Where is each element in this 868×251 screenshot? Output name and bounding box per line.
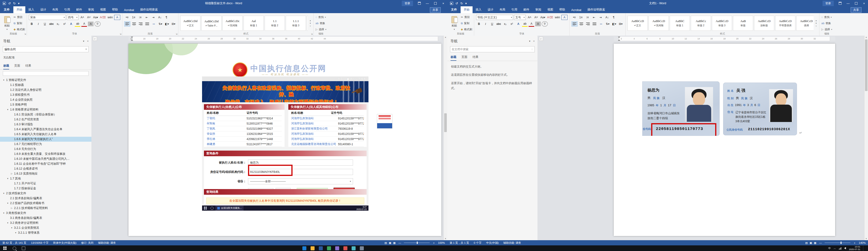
document-page[interactable]: ★ 中国执行信息公开网 —— 司法为民 司法便民 —— ⌂ 首页 ▣ 执行公开服… xyxy=(128,44,441,236)
tree-expand-icon[interactable]: ▾ xyxy=(10,225,13,230)
grow-font-icon[interactable]: A˄ xyxy=(80,15,85,20)
sup-icon[interactable]: x² xyxy=(62,22,67,26)
nav-search-input[interactable]: 骗取合同 × xyxy=(3,46,89,52)
italic-icon[interactable]: I xyxy=(35,22,41,26)
nav-close-icon[interactable]: × xyxy=(533,40,535,43)
sub-icon[interactable]: x₂ xyxy=(502,22,508,26)
debtor-name-link[interactable]: 河池市弘农加油站 xyxy=(291,132,338,136)
heading-tree-item[interactable]: ▾ 2.2 投标产品的技术规格书 xyxy=(0,201,91,206)
heading-tree-item[interactable]: ▾ 3.2 商务评分证明资料 xyxy=(0,221,91,225)
accessibility-indicator[interactable]: 辅助功能: 调查 xyxy=(98,241,116,245)
search-icon[interactable]: ◌ xyxy=(531,48,533,51)
zoom-level[interactable]: 100% xyxy=(438,241,445,244)
ribbon-display-options-icon[interactable] xyxy=(836,0,844,6)
cut-button[interactable]: ✂剪切 xyxy=(461,15,472,19)
style-gallery-item[interactable]: AaBbCcD副标题 xyxy=(754,16,774,31)
scroll-up-icon[interactable]: ▲ xyxy=(444,36,447,38)
heading-tree-item[interactable]: 1.3 授权委托书 xyxy=(0,92,91,97)
line-spacing-icon[interactable]: ⇅▾ xyxy=(157,22,163,26)
tree-expand-icon[interactable]: ▾ xyxy=(2,191,5,196)
paste-button[interactable]: 粘贴▾ xyxy=(2,15,12,32)
sup-icon[interactable]: x² xyxy=(509,22,515,26)
web-layout-icon[interactable]: ▦ xyxy=(814,241,816,245)
heading-tree-item[interactable]: 1.6.2 生产经营资质 xyxy=(0,117,91,122)
ribbon-tab[interactable]: 开始 xyxy=(461,6,472,13)
shading-icon[interactable]: ◧▾ xyxy=(611,22,617,26)
scroll-down-icon[interactable]: ▼ xyxy=(865,238,868,240)
align-right-icon[interactable] xyxy=(138,22,144,26)
heading-tree-item[interactable]: ▾ 2 技术投标文件 xyxy=(0,191,91,196)
debtor-name-link[interactable]: 管金胜 xyxy=(207,132,247,136)
hanging-indent-marker[interactable] xyxy=(618,39,620,41)
format-painter-button[interactable]: ◆格式刷 xyxy=(461,27,472,31)
style-gallery-item[interactable]: AaB标题 xyxy=(733,16,753,31)
distributed-icon[interactable]: ⇿ xyxy=(151,22,157,26)
taskbar-app-icon[interactable] xyxy=(311,246,315,250)
nav-tab[interactable]: 页面 xyxy=(14,64,20,69)
select-button[interactable]: ▷选择▾ xyxy=(822,27,832,31)
marks-icon[interactable]: ¶ xyxy=(611,15,617,20)
replace-button[interactable]: ab替换 xyxy=(315,21,326,25)
ribbon-tab[interactable]: 开始 xyxy=(13,6,25,13)
heading-tree-item[interactable]: 1.6.6 未被列为“失信被执行人” xyxy=(0,137,91,142)
nav-tab[interactable]: 结果 xyxy=(472,55,478,61)
find-button[interactable]: ◌查找▾ xyxy=(315,15,326,19)
shading-icon[interactable]: A xyxy=(88,22,94,26)
heading-tree-item[interactable]: ▾ 1 资格证明文件 xyxy=(0,78,91,83)
style-gallery-scroll[interactable]: ▴▾▿ xyxy=(815,15,817,32)
minimize-button[interactable]: — xyxy=(844,0,852,6)
debtor-name-link[interactable]: 林建勇 xyxy=(207,142,247,146)
start-button[interactable] xyxy=(0,245,10,251)
restore-button[interactable] xyxy=(852,0,860,6)
style-gallery-item[interactable]: AaBbCcD↵无间隔 xyxy=(649,16,669,31)
charborder-icon[interactable]: 字 xyxy=(94,21,100,27)
heading-tree-item[interactable]: 1.6.8 无失信行为 xyxy=(0,147,91,151)
tree-expand-icon[interactable]: ▾ xyxy=(2,78,5,83)
numbering-icon[interactable]: 1≡ xyxy=(578,15,584,20)
heading-tree-item[interactable]: 1.4 企业营业执照 xyxy=(0,97,91,102)
heading-tree-item[interactable]: 1.6.4 未被列入严重违法失信企业名单 xyxy=(0,127,91,132)
scroll-up-icon[interactable]: ▲ xyxy=(865,36,868,38)
font-dialog-launcher-icon[interactable]: ⇲ xyxy=(120,33,122,35)
fontcolor-icon[interactable]: A xyxy=(81,21,87,27)
ribbon-tab[interactable]: Acrobat xyxy=(568,7,584,13)
hanging-indent-marker[interactable] xyxy=(131,39,133,41)
ribbon-tab[interactable]: 视图 xyxy=(97,6,109,13)
first-line-indent-marker[interactable] xyxy=(131,36,133,38)
share-button[interactable]: 共享 xyxy=(430,7,441,13)
tab-selector-icon[interactable]: ⌐ xyxy=(93,36,97,41)
signin-button[interactable]: 登录 xyxy=(823,1,834,6)
marks-icon[interactable]: ¶ xyxy=(164,15,169,20)
style-gallery-item[interactable]: AaBbCcD↵正文 xyxy=(627,16,648,31)
redo-icon[interactable]: ↻ xyxy=(13,2,16,5)
underline-icon[interactable]: U xyxy=(489,22,495,26)
style-gallery-item[interactable]: AaBbCc标题 2 xyxy=(691,16,711,31)
nav-close-icon[interactable]: × xyxy=(87,40,89,43)
ribbon-tab[interactable]: 帮助 xyxy=(109,6,121,13)
distributed-icon[interactable]: ⇿ xyxy=(598,22,604,26)
enclose-characters-icon[interactable]: A xyxy=(114,15,120,20)
style-gallery-item[interactable]: 1.1.1.1.1.标题 4 xyxy=(307,16,308,31)
phonetic-guide-icon[interactable]: wén xyxy=(554,15,560,20)
heading-tree-item[interactable]: 1.6.11 企业名称中不包含“辽河油田”字样 xyxy=(0,161,91,166)
tray-expand-icon[interactable]: ︿ xyxy=(834,247,836,250)
ribbon-tab[interactable]: 操作说明搜索 xyxy=(137,6,161,13)
action-center-edge[interactable] xyxy=(863,245,866,251)
document-area[interactable]: ⌐ 422468101214161820222426283032 杨思为 男 民… xyxy=(537,36,868,240)
taskbar-app-icon[interactable] xyxy=(319,246,323,250)
texteffects-icon[interactable]: A xyxy=(516,22,521,26)
tree-expand-icon[interactable]: ▾ xyxy=(6,221,9,225)
style-gallery-item[interactable]: AaBbCcD标题 3 xyxy=(712,16,732,31)
accessibility-indicator[interactable]: 辅助功能: 调查 xyxy=(503,241,521,245)
heading-tree-item[interactable]: 1.7.2 投标保证金 xyxy=(0,186,91,191)
tree-expand-icon[interactable]: ▾ xyxy=(14,230,17,235)
outdent-icon[interactable]: ⇤ xyxy=(144,15,150,20)
align-center-icon[interactable] xyxy=(579,22,584,26)
ribbon-tab[interactable]: 布局 xyxy=(496,6,508,13)
heading-tree-item[interactable]: ▾ 1.6 资格要求证明资料 xyxy=(0,107,91,112)
ribbon-display-options-icon[interactable] xyxy=(415,0,423,6)
enclose-characters-icon[interactable]: A xyxy=(561,15,567,20)
taskbar-app-icon[interactable] xyxy=(343,246,347,250)
italic-icon[interactable]: I xyxy=(483,22,488,26)
debtor-name-link[interactable]: 丁朝伦 xyxy=(207,116,247,120)
